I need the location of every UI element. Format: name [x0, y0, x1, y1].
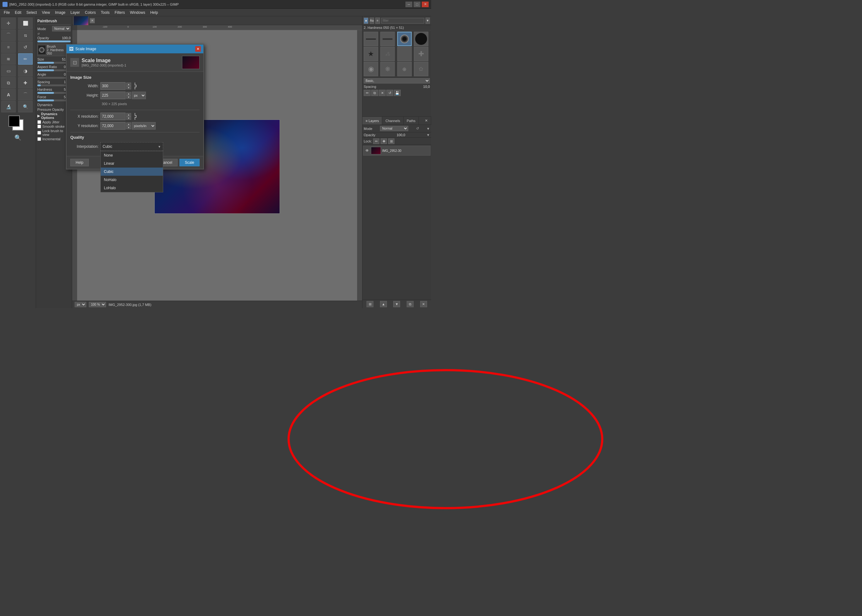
menu-view[interactable]: View	[39, 10, 52, 16]
interpolation-option-lohalo[interactable]: LoHalo	[101, 184, 163, 192]
brush-option-2[interactable]: Aa	[370, 17, 374, 24]
brush-cell-cross[interactable]: ✚	[414, 47, 428, 61]
menu-colors[interactable]: Colors	[83, 10, 99, 16]
text-tool[interactable]: A	[1, 89, 16, 101]
brushes-menu-icon[interactable]: ▼	[426, 17, 430, 24]
warp-tool[interactable]: ≋	[1, 53, 16, 64]
brush-option-1[interactable]: ■	[364, 17, 368, 24]
interpolation-option-linear[interactable]: Linear	[101, 159, 163, 168]
duplicate-layer-btn[interactable]: ⧉	[407, 301, 414, 307]
x-resolution-input[interactable]	[100, 113, 126, 120]
mode-select[interactable]: Normal	[52, 26, 71, 31]
brush-cell-texture4[interactable]: ✿	[414, 62, 428, 76]
apply-jitter-checkbox[interactable]	[37, 120, 41, 124]
interpolation-option-cubic[interactable]: Cubic	[101, 168, 163, 176]
help-button[interactable]: Help	[70, 159, 89, 166]
layer-visibility-toggle[interactable]: 👁	[364, 148, 370, 153]
fuzzy-select-tool[interactable]: ⧅	[18, 30, 33, 41]
canvas-close-button[interactable]: ✕	[90, 18, 95, 23]
foreground-color-swatch[interactable]	[8, 115, 20, 127]
menu-edit[interactable]: Edit	[12, 10, 24, 16]
paintbrush-tool[interactable]: ✏	[18, 53, 33, 64]
maximize-button[interactable]: □	[414, 2, 421, 7]
delete-layer-btn[interactable]: ✕	[420, 301, 427, 307]
move-layer-down-btn[interactable]: ▼	[393, 301, 400, 307]
opacity-step-icon[interactable]: ▼	[427, 133, 430, 137]
brush-filter-input[interactable]	[381, 18, 424, 24]
transform-tool[interactable]: ↺	[18, 41, 33, 53]
brush-edit-btn[interactable]: ✏	[364, 90, 371, 96]
move-tool[interactable]: ✛	[1, 17, 16, 29]
brush-delete-btn[interactable]: ✕	[379, 90, 386, 96]
width-input[interactable]	[100, 82, 126, 90]
lock-brush-checkbox[interactable]	[37, 131, 41, 135]
width-height-link-icon[interactable]	[132, 83, 138, 89]
height-input[interactable]	[100, 92, 126, 99]
brush-category-select[interactable]: Basic,	[364, 78, 430, 83]
menu-layer[interactable]: Layer	[68, 10, 83, 16]
brush-cell-large-circle[interactable]	[414, 32, 428, 46]
clone-tool[interactable]: ⧉	[1, 77, 16, 88]
x-res-spin-up[interactable]: ▲	[126, 113, 131, 116]
y-res-spin-up[interactable]: ▲	[126, 123, 131, 126]
minimize-button[interactable]: ─	[405, 2, 412, 7]
interpolation-dropdown-button[interactable]: Cubic ▼	[100, 142, 163, 151]
x-res-spin-down[interactable]: ▼	[126, 116, 131, 120]
crop-tool[interactable]: ⌗	[1, 41, 16, 53]
lasso-tool[interactable]: ⌒	[1, 30, 16, 41]
heal-tool[interactable]: ✚	[18, 77, 33, 88]
brush-cell-hardness050[interactable]	[397, 32, 412, 46]
vertical-scrollbar[interactable]	[357, 30, 362, 303]
menu-filters[interactable]: Filters	[112, 10, 127, 16]
color-picker-tool[interactable]: 🔬	[1, 101, 16, 112]
dialog-titlebar[interactable]: 🖼 Scale Image ✕	[66, 44, 203, 53]
menu-file[interactable]: File	[1, 10, 12, 16]
dialog-close-button[interactable]: ✕	[195, 46, 201, 52]
menu-select[interactable]: Select	[24, 10, 39, 16]
menu-windows[interactable]: Windows	[127, 10, 148, 16]
lock-alpha-btn[interactable]: ⊞	[388, 138, 394, 144]
airbrush-tool[interactable]: ◑	[18, 65, 33, 77]
brush-cell-star[interactable]: ★	[364, 47, 378, 61]
interpolation-option-nohalo[interactable]: NoHalo	[101, 176, 163, 184]
dimension-unit-select[interactable]: px % in mm	[132, 92, 146, 99]
scale-button[interactable]: Scale	[179, 159, 199, 166]
menu-tools[interactable]: Tools	[98, 10, 112, 16]
xy-res-link-icon[interactable]	[132, 113, 138, 119]
brush-cell-texture3[interactable]: ⊕	[397, 62, 412, 76]
brush-cell-line1[interactable]	[364, 32, 378, 46]
brush-refresh-btn[interactable]: ↺	[386, 90, 393, 96]
lock-position-btn[interactable]: ✚	[381, 138, 387, 144]
incremental-checkbox[interactable]	[37, 137, 41, 141]
width-spin-down[interactable]: ▼	[126, 86, 131, 90]
brush-cell-dots[interactable]: ···	[397, 47, 412, 61]
brush-save-btn[interactable]: 💾	[394, 90, 401, 96]
new-layer-group-btn[interactable]: ⊞	[366, 301, 374, 307]
menu-image[interactable]: Image	[52, 10, 68, 16]
layers-panel-close[interactable]: ✕	[422, 117, 431, 124]
interpolation-option-none[interactable]: None	[101, 151, 163, 159]
brush-cell-splat[interactable]: ⁂	[380, 47, 395, 61]
tab-paths[interactable]: Paths	[404, 117, 419, 124]
brush-cell-texture2[interactable]: ❋	[380, 62, 395, 76]
reset-mode-icon[interactable]: ↺	[416, 126, 419, 130]
rect-select-tool[interactable]: ⬜	[18, 17, 33, 29]
eraser-tool[interactable]: ▭	[1, 65, 16, 77]
layers-mode-select[interactable]: Normal	[380, 126, 408, 131]
tool-search[interactable]: 🔍	[0, 133, 36, 143]
unit-select[interactable]: px	[75, 302, 86, 307]
close-button[interactable]: ✕	[422, 2, 429, 7]
move-layer-up-btn[interactable]: ▲	[380, 301, 387, 307]
tab-layers[interactable]: ≡ Layers	[363, 117, 382, 124]
reset-icon[interactable]: ↺	[37, 32, 40, 35]
layer-item[interactable]: 👁 IMG_2952-30	[363, 146, 430, 156]
lock-pixels-btn[interactable]: ✏	[373, 138, 379, 144]
height-spin-up[interactable]: ▲	[126, 92, 131, 96]
search-icon[interactable]: 🔍	[14, 134, 21, 141]
width-spin-up[interactable]: ▲	[126, 83, 131, 86]
smooth-stroke-checkbox[interactable]	[37, 124, 41, 128]
y-res-spin-down[interactable]: ▼	[126, 126, 131, 129]
brush-copy-btn[interactable]: ⧉	[371, 90, 378, 96]
zoom-select[interactable]: 100 %	[89, 302, 106, 307]
brush-cell-texture1[interactable]: ◉	[364, 62, 378, 76]
